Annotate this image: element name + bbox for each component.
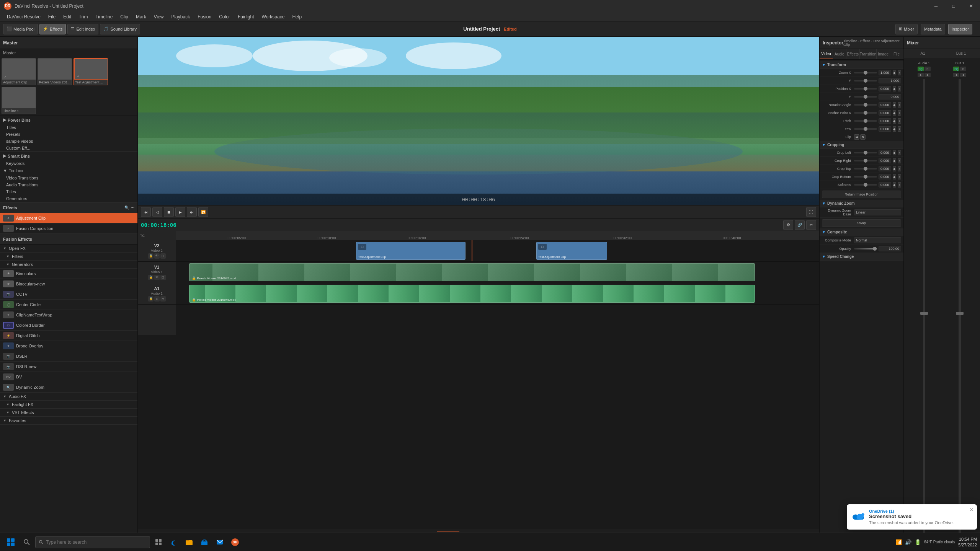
crop-left-value[interactable]: 0.000: [879, 150, 891, 155]
inspector-button[interactable]: Inspector: [948, 24, 972, 34]
channel-bus1-vol2[interactable]: ◆: [960, 73, 966, 77]
bin-item-presets[interactable]: Presets: [0, 131, 137, 138]
composite-section-header[interactable]: ▼ Composite: [820, 228, 903, 236]
effect-colored-border[interactable]: □ Colored Border: [0, 320, 137, 331]
play-button[interactable]: ▶: [175, 207, 185, 217]
pitch-slider[interactable]: [854, 120, 877, 122]
retain-image-position-button[interactable]: Retain Image Position: [822, 191, 901, 198]
rotation-reset[interactable]: +: [898, 102, 901, 108]
effect-drone-overlay[interactable]: ✈ Drone Overlay: [0, 341, 137, 351]
effects-menu-icon[interactable]: ⋯: [131, 205, 134, 210]
crop-right-reset[interactable]: +: [898, 158, 901, 163]
bin-item-titles[interactable]: Titles: [0, 124, 137, 131]
dynamic-zoom-section-header[interactable]: ▼ Dynamic Zoom: [820, 200, 903, 207]
pitch-keyframe[interactable]: ◆: [893, 118, 896, 124]
menu-item-color[interactable]: Color: [215, 13, 234, 20]
clip-v1-video[interactable]: 🔒 Pexels Videos 2316945.mp4: [189, 263, 755, 281]
inspector-tab-transition[interactable]: Transition: [860, 49, 877, 59]
flip-h-button[interactable]: ⇄: [854, 134, 859, 140]
toolbox-generators[interactable]: Generators: [0, 195, 137, 202]
channel-bus1-fader[interactable]: [959, 79, 961, 548]
clip-v2-test1[interactable]: □ Test Adjustment Clip: [356, 242, 466, 260]
full-screen-button[interactable]: ⛶: [806, 207, 816, 217]
mixer-tab-bus1[interactable]: Bus 1: [942, 49, 980, 58]
taskbar-mail[interactable]: [213, 535, 227, 549]
stop-button[interactable]: ⏹: [164, 207, 174, 217]
rotation-keyframe[interactable]: ◆: [893, 102, 896, 108]
crop-left-slider[interactable]: [854, 152, 877, 153]
crop-top-slider[interactable]: [854, 168, 877, 170]
cropping-section-header[interactable]: ▼ Cropping: [820, 141, 903, 149]
crop-bottom-slider[interactable]: [854, 176, 877, 178]
menu-item-mark[interactable]: Mark: [132, 13, 150, 20]
audio-fx-category[interactable]: ▼ Audio FX: [0, 393, 137, 401]
effect-dynamic-zoom[interactable]: 🔍 Dynamic Zoom: [0, 382, 137, 393]
fx-filters-category[interactable]: ▼ Filters: [0, 253, 137, 261]
bin-item-sample[interactable]: sample videos: [0, 138, 137, 145]
effect-binoculars[interactable]: 👁 Binoculars: [0, 269, 137, 279]
speed-change-section-header[interactable]: ▼ Speed Change: [820, 253, 903, 261]
zoom-x-reset[interactable]: +: [898, 70, 901, 75]
taskbar-davinci[interactable]: DR: [228, 535, 242, 549]
crop-top-reset[interactable]: +: [898, 166, 901, 171]
effect-dslr-new[interactable]: 📷 DSLR-new: [0, 362, 137, 372]
channel-bus1-fader-handle[interactable]: [956, 312, 964, 315]
crop-top-value[interactable]: 0.000: [879, 166, 891, 171]
crop-top-keyframe[interactable]: ◆: [893, 166, 896, 171]
position-x-slider[interactable]: [854, 88, 877, 90]
channel-bus1-eq[interactable]: EQ: [953, 67, 959, 71]
effect-item-fusion[interactable]: F Fusion Composition: [0, 223, 137, 234]
track-v2-mute[interactable]: ◻: [160, 253, 166, 259]
opacity-value[interactable]: 100.00: [879, 246, 901, 251]
toolbox-titles[interactable]: Titles: [0, 188, 137, 195]
favorites-category[interactable]: ▼ Favorites: [0, 417, 137, 425]
taskbar-folder[interactable]: [182, 535, 196, 549]
track-v2-eye[interactable]: 👁: [154, 253, 160, 259]
fx-generators-category[interactable]: ▼ Generators: [0, 261, 137, 269]
effect-center-circle[interactable]: ◯ Center Circle: [0, 300, 137, 310]
crop-left-keyframe[interactable]: ◆: [893, 150, 896, 155]
bin-item-custom[interactable]: Custom Eff...: [0, 145, 137, 152]
clip-thumb-test[interactable]: A Test Adjustment ...: [74, 58, 108, 85]
channel-bus1-vol1[interactable]: ◆: [953, 73, 959, 77]
channel-audio1-fader-handle[interactable]: [920, 312, 928, 315]
vst-effects-category[interactable]: ▼ VST Effects: [0, 409, 137, 417]
effect-clipname[interactable]: T ClipNameTextWrap: [0, 310, 137, 320]
timeline-settings-button[interactable]: ⚙: [783, 220, 793, 230]
step-back-button[interactable]: ◁: [152, 207, 162, 217]
effects-button[interactable]: ⚡ Effects: [39, 24, 66, 34]
clip-a1-audio[interactable]: 🔒 Pexels Videos 2316945.mp4: [189, 285, 755, 303]
position-y-value[interactable]: 0.000: [879, 94, 901, 99]
channel-audio1-vol2[interactable]: ◆: [924, 73, 931, 77]
edit-index-button[interactable]: ☰ Edit Index: [67, 24, 98, 34]
softness-value[interactable]: 0.000: [879, 182, 891, 187]
goto-end-button[interactable]: ⏭: [187, 207, 197, 217]
transform-section-header[interactable]: ▼ Transform: [820, 61, 903, 69]
zoom-x-value[interactable]: 1.000: [879, 70, 891, 75]
inspector-tab-file[interactable]: File: [890, 49, 903, 59]
crop-right-value[interactable]: 0.000: [879, 158, 891, 163]
yaw-value[interactable]: 0.000: [879, 126, 891, 132]
bin-item-keywords[interactable]: Keywords: [0, 160, 137, 167]
inspector-tab-effects[interactable]: Effects: [846, 49, 860, 59]
zoom-y-slider[interactable]: [854, 80, 877, 82]
rotation-slider[interactable]: [854, 104, 877, 106]
channel-audio1-eq[interactable]: EQ: [918, 67, 924, 71]
search-bar[interactable]: [35, 536, 150, 548]
zoom-x-keyframe[interactable]: ◆: [893, 70, 896, 75]
sound-library-button[interactable]: 🎵 Sound Library: [100, 24, 140, 34]
goto-start-button[interactable]: ⏮: [141, 207, 151, 217]
track-a1-lock[interactable]: 🔒: [148, 296, 154, 302]
swap-button[interactable]: Swap: [822, 219, 901, 227]
pitch-value[interactable]: 0.000: [879, 118, 891, 124]
mixer-tab-a1[interactable]: A1: [904, 49, 942, 58]
crop-bottom-reset[interactable]: +: [898, 174, 901, 179]
track-v2-lock[interactable]: 🔒: [148, 253, 154, 259]
crop-right-slider[interactable]: [854, 160, 877, 161]
effect-cctv[interactable]: 📷 CCTV: [0, 289, 137, 300]
zoom-x-slider[interactable]: [854, 72, 877, 73]
start-button[interactable]: [3, 535, 18, 550]
menu-item-playback[interactable]: Playback: [167, 13, 194, 20]
anchor-x-slider[interactable]: [854, 112, 877, 114]
menu-item-timeline[interactable]: Timeline: [91, 13, 116, 20]
